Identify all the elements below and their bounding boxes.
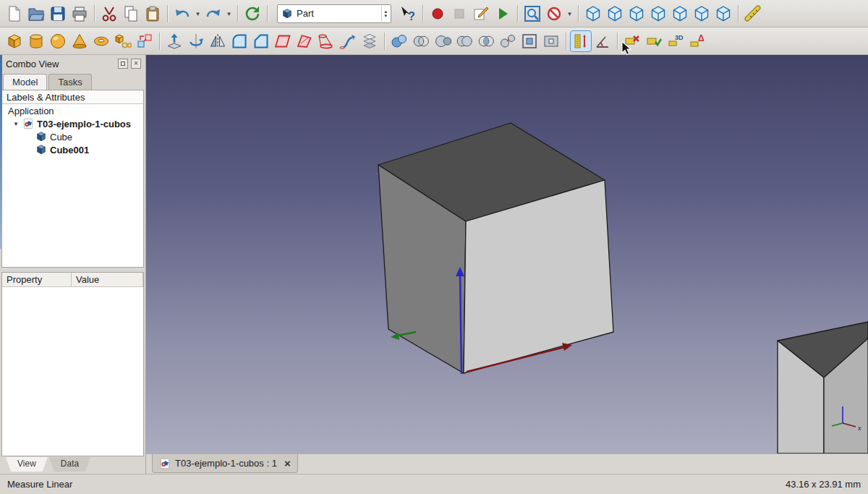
macro-record-button[interactable] [427,4,448,24]
measure-toggle-3d-button[interactable] [665,31,686,51]
measure-distance-button[interactable] [743,4,763,24]
part-ruledsurface-button[interactable] [294,31,315,51]
toolbar-separator [422,5,423,22]
close-panel-button[interactable]: × [131,59,141,69]
part-union-button[interactable] [454,31,475,51]
toolbar-separator [167,5,168,22]
tree-item-label: T03-ejemplo-1-cubos [37,119,131,129]
part-connect-button[interactable] [498,31,518,51]
undo-button[interactable] [172,4,192,24]
3d-scene: x [146,55,868,453]
new-document-button[interactable] [4,4,25,24]
property-list-empty [2,287,143,456]
spinner-down-icon[interactable]: ▾ [384,14,387,18]
property-view-tabs: View Data [0,456,145,474]
part-loft-button[interactable] [316,31,336,51]
print-button[interactable] [69,4,90,24]
close-tab-icon[interactable]: × [284,459,291,469]
part-makeface-button[interactable] [273,31,293,51]
float-panel-button[interactable] [118,59,128,69]
part-fillet-button[interactable] [229,31,250,51]
measure-angular-button[interactable] [592,31,613,51]
part-primitives-button[interactable] [113,31,133,51]
part-revolve-button[interactable] [186,31,206,51]
view-front-button[interactable] [605,4,625,24]
macro-stop-button[interactable] [449,4,469,24]
toolbar-separator [384,33,385,50]
part-embed-button[interactable] [519,31,540,51]
open-document-button[interactable] [26,4,46,24]
part-extrude-button[interactable] [164,31,184,51]
undo-dropdown[interactable]: ▾ [193,4,203,24]
status-message: Measure Linear [7,479,72,490]
value-column-header[interactable]: Value [72,273,143,286]
part-common-button[interactable] [476,31,496,51]
whats-this-button[interactable] [398,4,418,24]
draw-style-dropdown[interactable]: ▾ [565,4,574,24]
property-editor: Property Value [1,272,144,456]
part-cylinder-button[interactable] [26,31,46,51]
macro-execute-button[interactable] [493,4,513,24]
document-tab[interactable]: T03-ejemplo-1-cubos : 1 × [152,454,298,473]
part-box-button[interactable] [4,31,25,51]
refresh-button[interactable] [242,4,263,24]
tab-data[interactable]: Data [49,457,90,472]
part-chamfer-button[interactable] [251,31,271,51]
tree-item-label: Application [8,106,54,116]
part-workbench-icon [281,8,293,20]
freecad-document-icon [159,458,171,469]
part-compound-button[interactable] [389,31,409,51]
combo-view-titlebar: Combo View × [0,55,145,71]
zoom-fit-all-button[interactable] [522,4,542,24]
draw-style-button[interactable] [544,4,564,24]
part-cone-button[interactable] [69,31,90,51]
close-icon: × [134,60,138,67]
macro-edit-button[interactable] [471,4,491,24]
toolbar-separator [566,33,566,50]
view-right-button[interactable] [648,4,668,24]
part-cutout-button[interactable] [541,31,561,51]
workbench-selector[interactable]: Part ▴ ▾ [277,4,391,23]
tree-item-application[interactable]: Application [2,104,143,117]
view-bottom-button[interactable] [692,4,712,24]
view-rear-button[interactable] [670,4,690,24]
measure-toggle-delta-button[interactable] [687,31,707,51]
redo-dropdown[interactable]: ▾ [224,4,234,24]
tree-item-document[interactable]: ▾ T03-ejemplo-1-cubos [2,117,143,130]
tree-item-label: Cube001 [50,145,89,156]
file-edit-group: ▾▾ [4,4,271,24]
part-torus-button[interactable] [91,31,111,51]
tree-item-cube[interactable]: Cube [2,130,143,143]
view-left-button[interactable] [713,4,733,24]
combo-spinner[interactable]: ▴ ▾ [381,6,389,22]
measure-toggle-all-button[interactable] [644,31,664,51]
part-crosssections-button[interactable] [359,31,380,51]
part-mirror-button[interactable] [208,31,228,51]
cut-button[interactable] [99,4,119,24]
part-sphere-button[interactable] [48,31,68,51]
standard-toolbar: ▾▾ Part ▴ ▾ ▾ [0,0,868,27]
y-axis-arrowhead [391,333,399,340]
view-top-button[interactable] [626,4,647,24]
model-tree: Labels & Attributes Application ▾ T03-ej… [1,90,144,268]
redo-button[interactable] [203,4,224,24]
view-isometric-button[interactable] [583,4,603,24]
3d-viewport[interactable]: x [146,55,868,453]
measure-linear-button[interactable] [571,31,591,51]
paste-button[interactable] [142,4,163,24]
tree-item-cube001[interactable]: Cube001 [2,143,143,156]
property-header-row: Property Value [2,273,143,287]
copy-button[interactable] [121,4,141,24]
part-cut-button[interactable] [433,31,453,51]
tab-view[interactable]: View [6,457,48,472]
part-boolean-button[interactable] [411,31,431,51]
part-sweep-button[interactable] [338,31,358,51]
tab-tasks[interactable]: Tasks [48,74,91,90]
save-document-button[interactable] [48,4,68,24]
toolbar-separator [94,5,95,22]
tab-model[interactable]: Model [3,74,47,90]
part-shapebuilder-button[interactable] [135,31,155,51]
expander-icon[interactable]: ▾ [12,120,20,127]
property-column-header[interactable]: Property [2,273,72,286]
document-tab-label: T03-ejemplo-1-cubos : 1 [175,458,277,469]
